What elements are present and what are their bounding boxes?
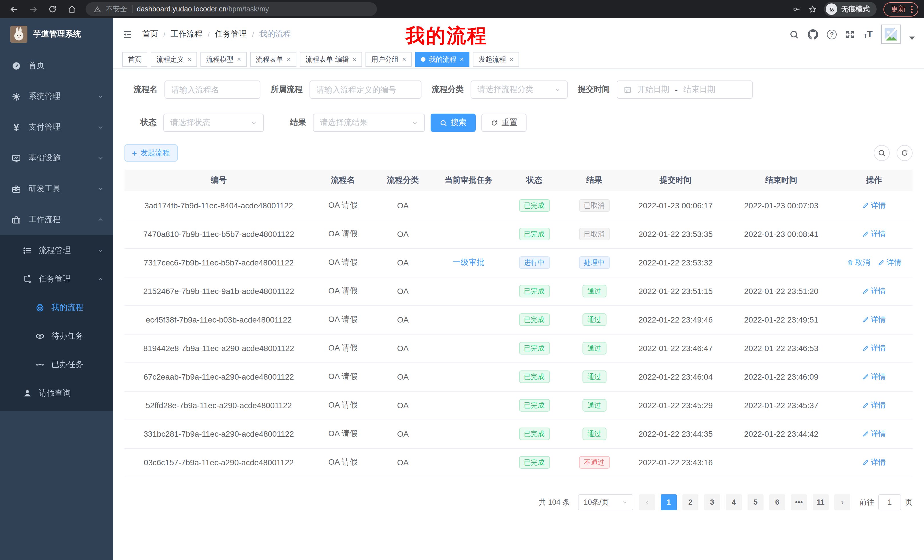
- cell-category: OA: [373, 220, 433, 248]
- tab-process-form-edit[interactable]: 流程表单-编辑×: [300, 52, 362, 67]
- tab-start-process[interactable]: 发起流程×: [473, 52, 519, 67]
- sidebar-item-infrastructure[interactable]: 基础设施: [0, 143, 113, 174]
- page-size-select[interactable]: 10条/页: [578, 494, 633, 510]
- sidebar-item-home[interactable]: 首页: [0, 50, 113, 81]
- breadcrumb-item[interactable]: 工作流程: [171, 29, 202, 39]
- close-icon[interactable]: ×: [188, 56, 191, 63]
- plus-icon: +: [132, 149, 137, 157]
- browser-reload-icon[interactable]: [45, 2, 60, 16]
- key-icon[interactable]: [792, 4, 801, 14]
- close-icon[interactable]: ×: [237, 56, 241, 63]
- cell-task: [433, 220, 504, 248]
- close-icon[interactable]: ×: [402, 56, 406, 63]
- tab-home[interactable]: 首页: [122, 52, 147, 67]
- tab-user-group[interactable]: 用户分组×: [366, 52, 412, 67]
- sidebar-item-payment[interactable]: ¥ 支付管理: [0, 112, 113, 143]
- kebab-menu-icon[interactable]: [911, 5, 913, 13]
- detail-link[interactable]: 详情: [862, 400, 886, 410]
- sidebar-item-system[interactable]: 系统管理: [0, 81, 113, 112]
- page-button-3[interactable]: 3: [704, 494, 720, 510]
- search-icon[interactable]: [789, 29, 799, 39]
- calendar-icon: [624, 85, 632, 94]
- detail-link[interactable]: 详情: [862, 314, 886, 325]
- category-select[interactable]: 请选择流程分类: [471, 81, 568, 99]
- detail-link[interactable]: 详情: [862, 286, 886, 296]
- cancel-link[interactable]: 取消: [847, 258, 870, 268]
- reset-button[interactable]: 重置: [482, 114, 526, 132]
- parent-process-input[interactable]: [309, 81, 422, 99]
- breadcrumb-item[interactable]: 任务管理: [215, 29, 247, 39]
- tab-process-form[interactable]: 流程表单×: [250, 52, 296, 67]
- chevron-down-icon: [555, 87, 561, 93]
- browser-update-button[interactable]: 更新: [884, 2, 918, 16]
- page-button-6[interactable]: 6: [769, 494, 785, 510]
- sidebar-item-leave-query[interactable]: 请假查询: [0, 379, 113, 407]
- url-bar[interactable]: 不安全 dashboard.yudao.iocoder.cn/bpm/task/…: [86, 2, 377, 16]
- page-button-5[interactable]: 5: [747, 494, 764, 510]
- detail-link[interactable]: 详情: [862, 229, 886, 239]
- detail-link[interactable]: 详情: [862, 371, 886, 382]
- incognito-label: 无痕模式: [841, 4, 870, 14]
- detail-link[interactable]: 详情: [862, 201, 886, 211]
- tab-process-model[interactable]: 流程模型×: [201, 52, 247, 67]
- task-link[interactable]: 一级审批: [453, 258, 484, 267]
- sidebar-item-devtools[interactable]: 研发工具: [0, 174, 113, 204]
- sidebar-item-task-mgmt[interactable]: 任务管理: [0, 265, 113, 293]
- submit-time-range-picker[interactable]: 开始日期 - 结束日期: [617, 81, 753, 99]
- avatar[interactable]: [881, 24, 901, 44]
- close-icon[interactable]: ×: [352, 56, 356, 63]
- fullscreen-icon[interactable]: [845, 29, 855, 39]
- tab-process-definition[interactable]: 流程定义×: [151, 52, 197, 67]
- page-button-2[interactable]: 2: [682, 494, 698, 510]
- cell-task: [433, 448, 504, 477]
- breadcrumb-item[interactable]: 首页: [142, 29, 158, 39]
- search-button[interactable]: 搜索: [430, 114, 476, 132]
- active-dot: [421, 57, 426, 61]
- detail-link[interactable]: 详情: [862, 457, 886, 467]
- sidebar-item-label: 待办任务: [51, 331, 83, 341]
- close-icon[interactable]: ×: [286, 56, 291, 63]
- show-search-button[interactable]: [874, 145, 890, 161]
- detail-link[interactable]: 详情: [878, 258, 902, 268]
- page-button-1[interactable]: 1: [661, 494, 677, 510]
- goto-page-input[interactable]: [878, 494, 901, 510]
- close-icon[interactable]: ×: [509, 56, 513, 63]
- refresh-button[interactable]: [897, 145, 913, 161]
- sidebar-item-todo-tasks[interactable]: 待办任务: [0, 322, 113, 350]
- avatar-caret-icon[interactable]: [909, 36, 915, 40]
- browser-home-icon[interactable]: [64, 2, 80, 16]
- detail-link[interactable]: 详情: [862, 343, 886, 353]
- result-select[interactable]: 请选择流结果: [313, 114, 425, 132]
- process-name-input[interactable]: [165, 81, 260, 99]
- app-logo[interactable]: 芋道管理系统: [0, 18, 113, 50]
- sidebar-item-workflow[interactable]: 工作流程: [0, 204, 113, 235]
- chevron-down-icon: [251, 120, 257, 126]
- prev-page-button[interactable]: ‹: [639, 494, 655, 510]
- create-process-button[interactable]: + 发起流程: [124, 144, 178, 162]
- screen: 不安全 dashboard.yudao.iocoder.cn/bpm/task/…: [0, 0, 924, 560]
- sidebar-toggle-icon[interactable]: [122, 29, 133, 40]
- page-button-4[interactable]: 4: [726, 494, 742, 510]
- close-icon[interactable]: ×: [460, 56, 464, 63]
- cell-end-time: 2022-01-22 23:49:51: [727, 305, 836, 334]
- font-size-icon[interactable]: [864, 30, 873, 39]
- chevron-down-icon: [412, 120, 418, 126]
- status-badge: 已完成: [519, 342, 550, 355]
- status-badge: 已完成: [519, 313, 550, 326]
- more-pages-icon[interactable]: •••: [791, 494, 807, 510]
- cell-task: [433, 191, 504, 220]
- result-badge: 处理中: [579, 256, 610, 269]
- detail-link[interactable]: 详情: [862, 429, 886, 439]
- sidebar-item-process-mgmt[interactable]: 流程管理: [0, 236, 113, 265]
- page-button-11[interactable]: 11: [813, 494, 829, 510]
- sidebar-item-my-process[interactable]: 我的流程: [0, 293, 113, 322]
- help-icon[interactable]: ?: [827, 29, 837, 39]
- browser-back-icon[interactable]: [6, 2, 22, 16]
- next-page-button[interactable]: ›: [834, 494, 850, 510]
- github-icon[interactable]: [807, 29, 818, 40]
- status-select[interactable]: 请选择状态: [164, 114, 264, 132]
- tab-my-process[interactable]: 我的流程×: [415, 52, 470, 67]
- bookmark-star-icon[interactable]: [808, 4, 817, 14]
- browser-forward-icon[interactable]: [25, 2, 41, 16]
- sidebar-item-done-tasks[interactable]: 已办任务: [0, 350, 113, 379]
